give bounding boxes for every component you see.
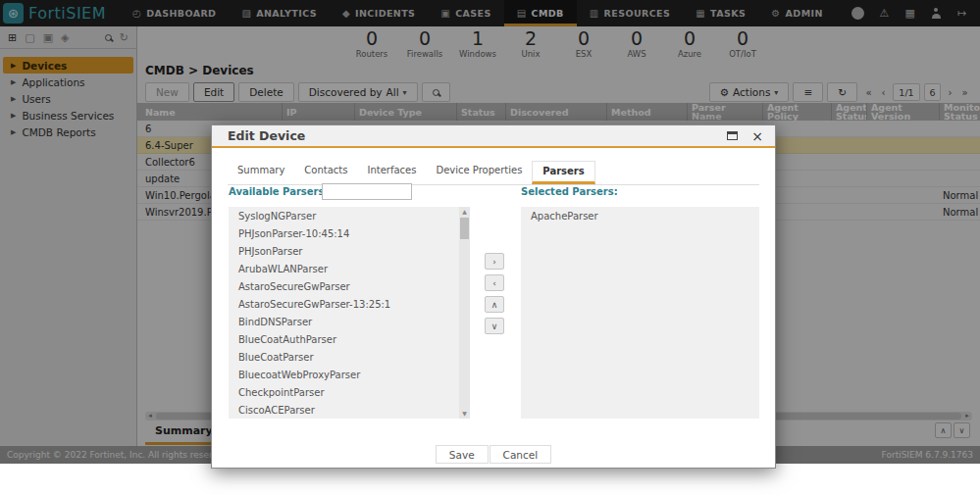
scroll-up-icon[interactable]: ▲: [459, 207, 470, 217]
parser-option[interactable]: BlueCoatParser: [229, 348, 470, 366]
screen: ⊛ FortiSIEM ◴DASHBOARD▨ANALYTICS◆INCIDEN…: [0, 0, 980, 495]
parser-option[interactable]: AstaroSecureGwParser-13:25:1: [229, 295, 470, 313]
parser-option[interactable]: BlueCoatAuthParser: [229, 330, 470, 348]
parser-filter-input[interactable]: [322, 183, 412, 200]
parser-option[interactable]: AstaroSecureGwParser: [229, 277, 470, 295]
parser-option[interactable]: BluecoatWebProxyParser: [229, 366, 470, 383]
dialog-tab-device-properties[interactable]: Device Properties: [426, 161, 532, 184]
cancel-button[interactable]: Cancel: [490, 445, 552, 464]
dialog-footer: Save Cancel: [212, 445, 775, 464]
move-left-button[interactable]: ‹: [485, 274, 504, 291]
parser-option[interactable]: ArubaWLANParser: [229, 260, 470, 277]
available-parsers-label: Available Parsers:: [229, 186, 328, 197]
parser-option[interactable]: CiscoACEParser: [229, 401, 470, 419]
scroll-down-icon[interactable]: ▼: [459, 409, 470, 419]
dialog-tab-parsers[interactable]: Parsers: [532, 161, 594, 184]
edit-device-dialog: Edit Device × SummaryContactsInterfacesD…: [211, 124, 776, 469]
available-parsers-list: SyslogNGParserPHJsonParser-10:45:14PHJso…: [229, 207, 470, 419]
dialog-header: Edit Device ×: [212, 125, 775, 148]
move-up-button[interactable]: ∧: [485, 296, 504, 313]
parser-option[interactable]: PHJsonParser-10:45:14: [229, 224, 470, 242]
dialog-tabs: SummaryContactsInterfacesDevice Properti…: [228, 161, 759, 185]
parser-option[interactable]: SyslogNGParser: [229, 207, 470, 224]
parser-option[interactable]: CheckpointParser: [229, 383, 470, 401]
selected-parser-item[interactable]: ApacheParser: [521, 207, 759, 224]
dialog-tab-interfaces[interactable]: Interfaces: [357, 161, 426, 184]
scrollbar-thumb[interactable]: [460, 218, 469, 239]
dialog-tab-contacts[interactable]: Contacts: [294, 161, 357, 184]
selected-parsers-label: Selected Parsers:: [521, 186, 618, 197]
close-icon[interactable]: ×: [751, 129, 763, 143]
dialog-tab-summary[interactable]: Summary: [228, 161, 294, 184]
parser-option[interactable]: PHJsonParser: [229, 242, 470, 260]
transfer-buttons: ›‹∧∨: [485, 253, 504, 334]
save-button[interactable]: Save: [436, 445, 489, 464]
dialog-title: Edit Device: [228, 128, 727, 143]
move-right-button[interactable]: ›: [485, 253, 504, 270]
list-scrollbar[interactable]: ▲▼: [459, 207, 470, 419]
move-down-button[interactable]: ∨: [485, 318, 504, 334]
parser-option[interactable]: BindDNSParser: [229, 313, 470, 330]
selected-parsers-list: ApacheParser: [521, 207, 759, 419]
maximize-icon[interactable]: [727, 131, 738, 140]
